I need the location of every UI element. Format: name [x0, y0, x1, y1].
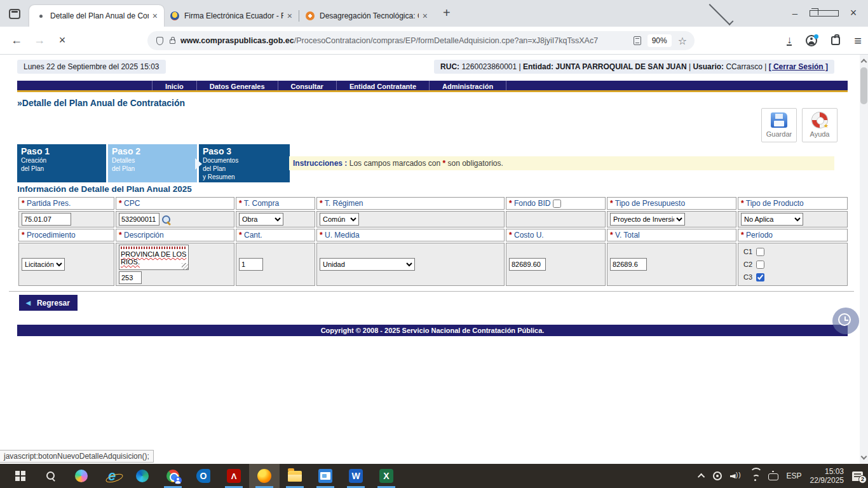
start-button[interactable] [5, 464, 36, 488]
bookmark-star-icon[interactable]: ☆ [678, 35, 687, 47]
volume-icon[interactable] [730, 471, 742, 480]
tipo-presupuesto-select[interactable]: Proyecto de Inversión [610, 213, 685, 226]
step-line: del Plan [203, 165, 290, 173]
t-regimen-select[interactable]: Común [320, 213, 359, 226]
required-asterisk: * [239, 199, 242, 208]
extensions-icon[interactable] [831, 36, 840, 45]
costo-u-input[interactable] [509, 258, 546, 271]
descripcion-textarea[interactable]: PROVINCIA DE LOS RIOS. [119, 245, 189, 270]
taskbar-excel-button[interactable]: X [371, 464, 402, 488]
logout-link[interactable]: [ Cerrar Sesión ] [769, 62, 828, 71]
lock-icon[interactable] [170, 39, 175, 44]
header-tipo-presupuesto: Tipo de Presupuesto [615, 199, 685, 208]
header-descripcion: Descripción [124, 231, 164, 240]
language-indicator[interactable]: ESP [787, 471, 802, 480]
browser-tab-bar: Detalle del Plan Anual de Contr × Firma … [0, 0, 868, 27]
taskbar-ie-button[interactable]: e [97, 464, 127, 488]
meet-now-icon[interactable] [768, 473, 778, 480]
procedimiento-select[interactable]: Licitación [22, 258, 65, 271]
file-explorer-icon [288, 471, 302, 482]
fondo-bid-checkbox[interactable] [553, 200, 561, 208]
taskbar-acrobat-button[interactable] [219, 464, 249, 488]
url-text[interactable]: www.compraspublicas.gob.ec/ProcesoContra… [180, 36, 627, 45]
tab-desagregacion[interactable]: Desagregación Tecnológica: Cál × [299, 5, 434, 27]
nav-entidad-contratante[interactable]: Entidad Contratante [336, 81, 429, 90]
reader-mode-icon[interactable] [634, 36, 641, 45]
cpc-search-icon[interactable] [162, 215, 171, 224]
cant-input[interactable] [239, 258, 263, 271]
scroll-up-arrow-icon[interactable] [861, 59, 867, 65]
firefox-view-icon[interactable] [9, 9, 20, 19]
account-icon[interactable] [806, 35, 817, 46]
step-2-active[interactable]: Paso 2 Detalles del Plan [108, 144, 197, 182]
descripcion-code-input[interactable] [119, 271, 142, 284]
tab-close-icon[interactable]: × [153, 11, 158, 21]
nav-datos-generales[interactable]: Datos Generales [196, 81, 278, 90]
scroll-down-arrow-icon[interactable] [861, 454, 867, 460]
back-button-regresar[interactable]: ◄ Regresar [19, 295, 78, 311]
taskbar-copilot-button[interactable] [66, 464, 97, 488]
tab-close-icon[interactable]: × [287, 11, 292, 21]
floating-extension-widget[interactable] [832, 308, 859, 334]
nav-consultar[interactable]: Consultar [278, 81, 336, 90]
taskbar-outlook-button[interactable]: O [188, 464, 219, 488]
close-window-button[interactable]: × [839, 6, 868, 20]
taskbar-word-button[interactable]: W [341, 464, 371, 488]
nav-administracion[interactable]: Administración [429, 81, 506, 90]
taskbar-search-button[interactable] [36, 464, 66, 488]
notifications-icon[interactable]: 2 [852, 471, 863, 481]
partida-input[interactable] [22, 213, 71, 226]
scrollbar-thumb[interactable] [860, 67, 867, 104]
new-tab-button[interactable]: + [443, 6, 451, 20]
stop-loading-button[interactable]: × [51, 34, 74, 47]
clock[interactable]: 15:03 22/9/2025 [810, 467, 844, 485]
zoom-level-indicator[interactable]: 90% [648, 34, 672, 47]
step-1[interactable]: Paso 1 Creación del Plan [17, 144, 106, 182]
restore-button[interactable] [810, 8, 839, 18]
wifi-icon[interactable] [750, 472, 760, 480]
taskbar-edge-button[interactable] [127, 464, 158, 488]
taskbar-explorer-button[interactable] [280, 464, 310, 488]
record-icon[interactable] [713, 471, 722, 480]
taskbar-app-button[interactable] [310, 464, 341, 488]
help-button[interactable]: Ayuda [802, 108, 837, 142]
url-bar[interactable]: www.compraspublicas.gob.ec/ProcesoContra… [147, 31, 695, 50]
tipo-producto-select[interactable]: No Aplica [741, 213, 803, 226]
periodo-c1-checkbox[interactable] [756, 248, 764, 256]
tracking-shield-icon[interactable] [156, 37, 163, 45]
header-t-regimen: T. Régimen [325, 199, 363, 208]
save-button[interactable]: Guardar [761, 108, 797, 142]
periodo-c3-checkbox[interactable] [756, 273, 764, 281]
textarea-resize-handle[interactable] [182, 263, 188, 269]
cpc-input[interactable] [119, 213, 159, 226]
save-floppy-icon [771, 112, 787, 128]
chrome-profile-overlay-icon [174, 477, 182, 484]
taskbar-chrome-button[interactable] [158, 464, 188, 488]
tab-firma-electronica[interactable]: Firma Electrónica Ecuador - Firm × [164, 5, 299, 27]
tab-close-icon[interactable]: × [423, 11, 428, 21]
restore-icon [810, 10, 839, 17]
back-arrow-icon: ◄ [24, 298, 32, 308]
v-total-input[interactable] [610, 258, 647, 271]
step-line: Detalles [112, 156, 197, 165]
header-tipo-producto: Tipo de Producto [746, 199, 804, 208]
tray-time: 15:03 [810, 467, 844, 476]
minimize-button[interactable]: – [780, 8, 810, 18]
u-medida-select[interactable]: Unidad [320, 258, 415, 271]
vertical-scrollbar[interactable] [860, 55, 868, 464]
datetime-label: Lunes 22 de Septiembre del 2025 15:03 [17, 60, 166, 74]
step-3[interactable]: Paso 3 Documentos del Plan y Resumen [199, 144, 290, 182]
list-tabs-chevron-icon[interactable] [709, 1, 734, 25]
window-controls: – × [707, 0, 868, 25]
t-compra-select[interactable]: Obra [239, 213, 283, 226]
taskbar-firefox-button[interactable] [249, 464, 280, 488]
nav-inicio[interactable]: Inicio [152, 81, 196, 90]
periodo-c2-checkbox[interactable] [756, 261, 764, 269]
downloads-icon[interactable]: ↓ [787, 36, 792, 46]
required-asterisk: * [320, 199, 323, 208]
menu-icon[interactable]: ≡ [854, 34, 862, 48]
tab-detalle-plan[interactable]: Detalle del Plan Anual de Contr × [29, 5, 164, 27]
back-button[interactable]: ← [5, 34, 28, 47]
separator: | [764, 62, 766, 71]
forward-button[interactable]: → [28, 34, 51, 47]
